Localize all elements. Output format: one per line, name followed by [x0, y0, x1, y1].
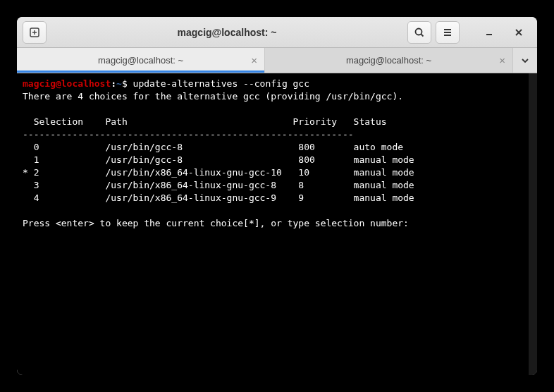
prompt-path: ~	[116, 78, 122, 89]
menu-button[interactable]	[436, 21, 460, 44]
table-row: 3 /usr/bin/x86_64-linux-gnu-gcc-8 8 manu…	[23, 180, 414, 190]
titlebar: magcig@localhost: ~	[17, 17, 537, 48]
command-text: update-alternatives --config gcc	[133, 78, 309, 89]
prompt-colon: :	[111, 78, 116, 89]
svg-point-1	[416, 28, 422, 35]
tab-dropdown-button[interactable]	[513, 48, 537, 73]
tab-label: magcig@localhost: ~	[346, 55, 431, 66]
tab-1[interactable]: magcig@localhost: ~ ×	[17, 48, 265, 73]
table-row: 0 /usr/bin/gcc-8 800 auto mode	[23, 142, 403, 152]
search-icon	[414, 27, 425, 38]
selection-prompt: Press <enter> to keep the current choice…	[23, 218, 409, 228]
terminal-window: magcig@localhost: ~ magcig@localhost: ~ …	[17, 17, 537, 375]
new-tab-icon	[29, 27, 40, 38]
hamburger-icon	[442, 27, 453, 38]
terminal-viewport[interactable]: magcig@localhost:~$ update-alternatives …	[17, 73, 537, 375]
minimize-icon	[485, 28, 493, 37]
tab-bar: magcig@localhost: ~ × magcig@localhost: …	[17, 48, 537, 73]
output-intro: There are 4 choices for the alternative …	[23, 91, 403, 102]
minimize-button[interactable]	[476, 21, 502, 44]
tab-close-button[interactable]: ×	[251, 54, 257, 66]
prompt-symbol: $	[122, 78, 133, 89]
prompt-host: localhost	[61, 78, 111, 89]
table-header: Selection Path Priority Status	[23, 116, 387, 127]
scrollbar[interactable]	[529, 73, 537, 375]
table-divider: ----------------------------------------…	[23, 129, 354, 140]
table-row: 4 /usr/bin/x86_64-linux-gnu-gcc-9 9 manu…	[23, 192, 414, 203]
close-button[interactable]	[506, 21, 531, 44]
prompt-user: magcig	[23, 78, 56, 89]
prompt-at: @	[56, 78, 61, 89]
tab-label: magcig@localhost: ~	[98, 55, 183, 66]
close-icon	[515, 28, 523, 37]
window-title: magcig@localhost: ~	[51, 27, 403, 38]
table-row: 1 /usr/bin/gcc-8 800 manual mode	[23, 154, 414, 165]
tab-2[interactable]: magcig@localhost: ~ ×	[265, 48, 513, 73]
prompt-line: magcig@localhost:~$ update-alternatives …	[23, 78, 309, 89]
chevron-down-icon	[521, 56, 529, 65]
tab-close-button[interactable]: ×	[499, 54, 505, 66]
new-tab-button[interactable]	[23, 21, 47, 44]
search-button[interactable]	[407, 21, 431, 44]
table-row: * 2 /usr/bin/x86_64-linux-gnu-gcc-10 10 …	[23, 167, 414, 178]
